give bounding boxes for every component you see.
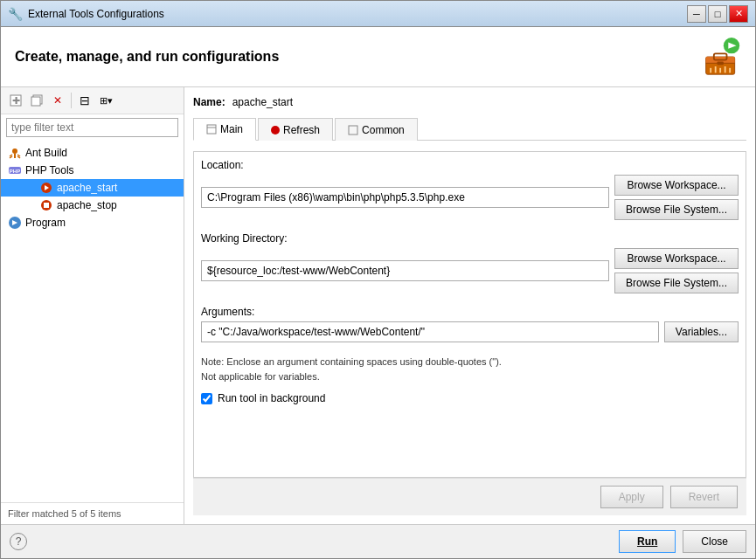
title-bar-text: External Tools Configurations xyxy=(28,8,682,20)
arguments-group: Arguments: Variables... xyxy=(201,306,739,342)
checkbox-row: Run tool in background xyxy=(201,392,739,404)
tree-item-label: apache_stop xyxy=(57,199,117,211)
tree-item-label: Program xyxy=(25,217,66,229)
run-background-checkbox[interactable] xyxy=(201,393,212,404)
bottom-buttons: Run Close xyxy=(619,530,746,553)
left-toolbar: ✚ ✕ ⊟ ⊞▾ xyxy=(1,87,184,114)
location-group: Location: C:\Program Files (x86)\wamp\bi… xyxy=(201,159,739,220)
location-buttons: Browse Workspace... Browse File System..… xyxy=(614,175,739,220)
close-button[interactable]: Close xyxy=(683,530,746,553)
working-dir-field-row: Browse Workspace... Browse File System..… xyxy=(201,248,739,293)
apache-stop-icon xyxy=(39,198,53,212)
name-label: Name: xyxy=(193,96,225,108)
variables-button[interactable]: Variables... xyxy=(664,321,739,342)
tab-refresh-label: Refresh xyxy=(283,124,320,136)
svg-point-16 xyxy=(12,148,17,154)
tree-item-program[interactable]: Program xyxy=(1,214,184,231)
note-text: Note: Enclose an argument containing spa… xyxy=(201,355,739,383)
bottom-bar: ? Run Close xyxy=(1,524,755,558)
filter-dropdown-button[interactable]: ⊞▾ xyxy=(96,91,115,110)
toolbar-separator xyxy=(71,93,72,108)
svg-rect-32 xyxy=(349,126,357,135)
tree-item-apache-start[interactable]: apache_start xyxy=(1,179,184,197)
browse-filesystem2-button[interactable]: Browse File System... xyxy=(614,273,739,293)
location-label: Location: xyxy=(201,159,739,171)
window-icon: 🔧 xyxy=(8,7,23,21)
minimize-button[interactable]: ─ xyxy=(687,5,706,23)
delete-config-button[interactable]: ✕ xyxy=(48,91,67,110)
left-panel: ✚ ✕ ⊟ ⊞▾ xyxy=(1,87,184,524)
tree-item-label: apache_start xyxy=(57,182,117,194)
browse-workspace2-button[interactable]: Browse Workspace... xyxy=(614,248,739,269)
name-value: apache_start xyxy=(232,96,293,108)
form-section: Location: C:\Program Files (x86)\wamp\bi… xyxy=(193,151,746,478)
new-icon: ✚ xyxy=(10,94,22,107)
svg-text:✚: ✚ xyxy=(12,95,20,106)
apply-revert-row: Apply Revert xyxy=(193,478,746,515)
main-content: ✚ ✕ ⊟ ⊞▾ xyxy=(1,87,755,524)
common-tab-icon xyxy=(348,125,358,135)
arguments-field-row: Variables... xyxy=(201,321,739,342)
apache-start-icon xyxy=(39,181,53,195)
svg-text:PHP: PHP xyxy=(10,169,20,174)
working-dir-buttons: Browse Workspace... Browse File System..… xyxy=(614,248,739,293)
location-dropdown[interactable]: C:\Program Files (x86)\wamp\bin\php\php5… xyxy=(201,187,609,208)
duplicate-icon xyxy=(31,94,43,107)
working-dir-label: Working Directory: xyxy=(201,232,739,245)
refresh-tab-icon xyxy=(271,126,280,135)
duplicate-config-button[interactable] xyxy=(27,91,46,110)
tree-item-apache-stop[interactable]: apache_stop xyxy=(1,197,184,214)
working-dir-group: Working Directory: Browse Workspace... B… xyxy=(201,232,739,293)
tree-area: Ant Build PHP PHP Tools xyxy=(1,141,184,502)
toolbox-icon xyxy=(703,36,741,78)
revert-button[interactable]: Revert xyxy=(670,486,738,508)
right-panel: Name: apache_start Main Refresh xyxy=(184,87,755,524)
php-tools-icon: PHP xyxy=(8,163,22,177)
browse-workspace-button[interactable]: Browse Workspace... xyxy=(614,175,739,196)
header-title: Create, manage, and run configurations xyxy=(15,49,279,65)
collapse-all-button[interactable]: ⊟ xyxy=(75,91,94,110)
name-row: Name: apache_start xyxy=(193,96,746,108)
tree-item-ant-build[interactable]: Ant Build xyxy=(1,144,184,162)
location-field-row: C:\Program Files (x86)\wamp\bin\php\php5… xyxy=(201,175,739,220)
filter-status-text: Filter matched 5 of 5 items xyxy=(8,508,121,519)
header-area: Create, manage, and run configurations xyxy=(1,27,755,87)
filter-input[interactable] xyxy=(6,118,178,137)
note-line1: Note: Enclose an argument containing spa… xyxy=(201,355,739,369)
location-dropdown-wrapper: C:\Program Files (x86)\wamp\bin\php\php5… xyxy=(201,187,609,208)
run-background-label: Run tool in background xyxy=(218,392,325,404)
tabs-row: Main Refresh Common xyxy=(193,117,746,141)
tree-item-label: Ant Build xyxy=(25,147,67,159)
svg-rect-15 xyxy=(31,97,40,106)
program-icon xyxy=(8,216,22,230)
tab-common[interactable]: Common xyxy=(335,118,418,141)
title-bar: 🔧 External Tools Configurations ─ □ ✕ xyxy=(1,1,755,27)
apply-button[interactable]: Apply xyxy=(600,486,663,508)
tab-main-label: Main xyxy=(220,123,243,135)
arguments-input[interactable] xyxy=(201,321,659,342)
window: 🔧 External Tools Configurations ─ □ ✕ Cr… xyxy=(0,0,756,559)
header-icon xyxy=(703,38,741,76)
tree-item-php-tools[interactable]: PHP PHP Tools xyxy=(1,162,184,179)
run-button[interactable]: Run xyxy=(619,530,676,553)
svg-rect-6 xyxy=(718,62,724,66)
tab-refresh[interactable]: Refresh xyxy=(258,118,333,141)
browse-filesystem-button[interactable]: Browse File System... xyxy=(614,199,739,220)
close-window-button[interactable]: ✕ xyxy=(729,5,748,23)
tab-common-label: Common xyxy=(362,124,405,136)
tab-main[interactable]: Main xyxy=(193,118,256,141)
ant-icon xyxy=(8,146,22,160)
working-dir-input[interactable] xyxy=(201,260,609,281)
note-line2: Not applicable for variables. xyxy=(201,369,739,384)
title-bar-controls: ─ □ ✕ xyxy=(687,5,748,23)
left-status: Filter matched 5 of 5 items xyxy=(1,502,184,524)
tree-item-label: PHP Tools xyxy=(25,164,74,176)
svg-rect-27 xyxy=(44,203,49,208)
maximize-button[interactable]: □ xyxy=(708,5,727,23)
svg-rect-30 xyxy=(207,125,216,134)
main-tab-icon xyxy=(206,124,217,135)
new-config-button[interactable]: ✚ xyxy=(6,91,25,110)
help-button[interactable]: ? xyxy=(10,533,27,550)
arguments-label: Arguments: xyxy=(201,306,739,318)
